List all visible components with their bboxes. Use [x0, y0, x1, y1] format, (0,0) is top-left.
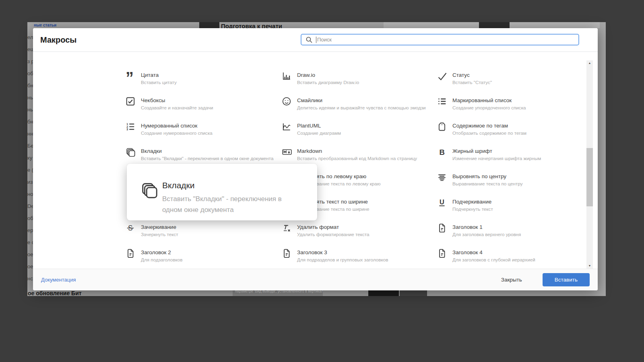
backdrop-text-fragment: из [27, 179, 33, 185]
macro-description: Для заголовков с глубокой иерархией [452, 257, 535, 262]
backdrop-text-fragment: об [27, 70, 33, 77]
macro-title: PlantUML [297, 122, 341, 129]
macro-title: Выровнять по центру [452, 173, 523, 180]
macro-description: Выравнивание текста по центру [452, 181, 523, 186]
macro-item-plantuml[interactable]: PlantUMLСоздание диаграмм [282, 122, 341, 136]
macro-item-checkboxes[interactable]: ЧекбоксыСоздавайте и назначайте задачи [126, 97, 213, 110]
macro-item-emoji[interactable]: СмайликиДелитесь идеями и выражайте чувс… [282, 97, 426, 110]
macro-description: Изменение начертания шрифта жирным [452, 156, 541, 161]
macro-description: Для подзаголовков [141, 257, 182, 262]
svg-text:”: ” [126, 71, 134, 81]
insert-button[interactable]: Вставить [543, 273, 590, 286]
backdrop-text-fragment: нн [27, 131, 33, 137]
clear-format-icon [282, 223, 293, 237]
macro-description: Подчеркнуть текст [452, 206, 493, 212]
macro-item-underline[interactable]: UПодчеркиваниеПодчеркнуть текст [437, 198, 493, 212]
bullet-list-icon [437, 97, 448, 110]
bold-icon: B [437, 147, 448, 161]
macro-title: Зачеркивание [141, 224, 178, 230]
backdrop-text-fragment: но [27, 191, 33, 197]
macro-item-numbered-list[interactable]: 123Нумерованный списокСоздание нумерован… [126, 122, 213, 136]
smiley-icon [282, 97, 293, 110]
scrollbar-thumb[interactable] [586, 148, 593, 206]
svg-text:B: B [439, 148, 444, 156]
macro-item-align-center[interactable]: Выровнять по центруВыравнивание текста п… [437, 173, 523, 186]
backdrop-text-fragment: ны [27, 107, 33, 113]
backdrop-text-fragment: об [27, 215, 33, 222]
macro-item-status[interactable]: СтатусВставить "Статус" [437, 72, 492, 85]
scrollbar-down-arrow[interactable]: ▼ [586, 263, 593, 269]
macro-description: Создание упорядоченного списка [452, 105, 526, 110]
macro-item-heading4[interactable]: Заголовок 4Для заголовков с глубокой иер… [437, 249, 535, 262]
macro-description: Зачеркнуть текст [141, 232, 178, 237]
macro-title: Markdown [297, 148, 417, 154]
macro-description: Вставить "Статус" [452, 80, 492, 85]
markdown-icon [282, 147, 293, 161]
plantuml-icon [282, 122, 293, 136]
tooltip-tabs-icon [140, 181, 159, 202]
macro-description: Делитесь идеями и выражайте чувства с по… [297, 105, 426, 110]
scrollbar[interactable]: ▲ ▼ [586, 60, 593, 269]
backdrop-text-fragment: е ( [27, 167, 33, 173]
bar-chart-icon [282, 71, 293, 85]
backdrop-text-fragment: нс [27, 276, 33, 282]
macro-item-drawio[interactable]: Draw.ioВставить диаграмму Draw.io [282, 72, 359, 85]
macro-title: Удалить формат [297, 224, 369, 230]
macro-title: Маркированный список [452, 97, 526, 104]
macro-description: Удалить форматирование текста [297, 232, 369, 237]
macro-item-heading2[interactable]: Заголовок 2Для подзаголовков [126, 249, 182, 262]
macro-item-bullet-list[interactable]: Маркированный списокСоздание упорядоченн… [437, 97, 526, 110]
macro-title: Смайлики [297, 97, 426, 104]
backdrop-text-fragment: нь [27, 95, 33, 101]
macro-tooltip-card: Вкладки Вставить "Вкладки" - переключени… [127, 164, 317, 220]
backdrop-text-fragment: ели [27, 34, 33, 41]
backdrop-text-fragment: ку [27, 155, 33, 161]
macro-description: Для подразделов и групповых заголовков [297, 257, 388, 262]
tooltip-title: Вкладки [162, 181, 195, 190]
checkbox-icon [126, 97, 137, 110]
macro-description: Отобразить содержимое по тегам [452, 130, 526, 136]
macro-description: Вставить цитату [141, 80, 177, 85]
backdrop-link-fragment: ные статьи [34, 23, 56, 27]
strikethrough-icon: S [126, 223, 137, 237]
macro-item-bold[interactable]: BЖирный шрифтИзменение начертания шрифта… [437, 148, 541, 161]
backdrop-text-fragment: ое [27, 251, 33, 258]
macro-description: Создание нумерованного списка [141, 130, 213, 136]
tag-icon [437, 122, 448, 136]
tabs-icon [126, 147, 137, 161]
macro-grid: Заголовок 4Для заголовков с глубокой иер… [33, 28, 598, 290]
macro-title: Подчеркивание [452, 198, 493, 205]
macro-title: Заголовок 1 [452, 224, 521, 230]
documentation-link[interactable]: Документация [41, 277, 76, 283]
macro-description: Вставить диаграмму Draw.io [297, 80, 359, 85]
macro-description: Для заголовка верхнего уровня [452, 232, 521, 237]
close-button[interactable]: Закрыть [499, 276, 524, 283]
quote-icon: ” [126, 71, 137, 85]
macro-description: Вставить "Вкладки" - переключения в одно… [141, 156, 273, 161]
macro-description: Создание диаграмм [297, 130, 341, 136]
macro-item-heading1[interactable]: Заголовок 1Для заголовка верхнего уровня [437, 224, 521, 237]
macro-title: Чекбоксы [141, 97, 213, 104]
backdrop-text-fragment: е о [27, 239, 33, 246]
macro-item-heading3[interactable]: Заголовок 3Для подразделов и групповых з… [282, 249, 388, 262]
macro-item-content-by-tags[interactable]: Содержимое по тегамОтобразить содержимое… [437, 122, 526, 136]
backdrop-text-fragment: ер [27, 227, 33, 234]
macro-item-tabs[interactable]: ВкладкиВставить "Вкладки" - переключения… [126, 148, 273, 161]
macro-title: Заголовок 3 [297, 249, 388, 256]
backdrop-bottom-fragment: ое обновление Бит [28, 290, 82, 296]
backdrop-text-fragment: ещ [27, 46, 33, 53]
macro-item-strikethrough[interactable]: SЗачеркиваниеЗачеркнуть текст [126, 224, 178, 237]
scrollbar-up-arrow[interactable]: ▲ [586, 60, 593, 66]
backdrop-text-fragment: з р [27, 58, 33, 65]
macro-title: Заголовок 4 [452, 249, 535, 256]
macro-description: Вставить преобразованный код Markdown на… [297, 156, 417, 161]
macro-item-markdown[interactable]: MarkdownВставить преобразованный код Mar… [282, 148, 417, 161]
macro-item-clear-format[interactable]: Удалить форматУдалить форматирование тек… [282, 224, 369, 237]
tooltip-description: Вставить "Вкладки" - переключения в одно… [162, 193, 295, 215]
underline-icon: U [437, 198, 448, 212]
macro-title: Нумерованный список [141, 122, 213, 129]
macro-item-quote[interactable]: ”ЦитатаВставить цитату [126, 72, 177, 85]
numbered-list-icon: 123 [126, 122, 137, 136]
document-icon [282, 249, 293, 262]
document-icon [437, 249, 448, 262]
